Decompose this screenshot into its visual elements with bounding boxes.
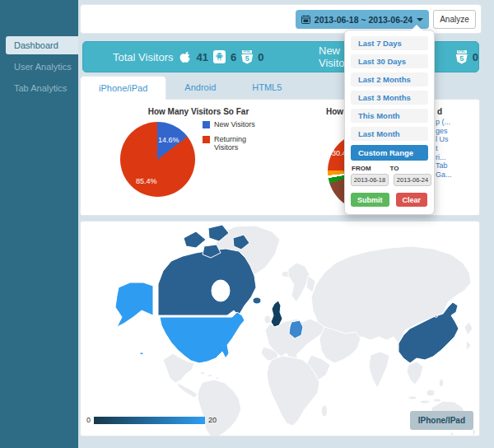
total-android-count: 6 xyxy=(231,51,236,63)
sidebar-item-dashboard[interactable]: Dashboard xyxy=(6,36,78,54)
sidebar-item-tab-analytics[interactable]: Tab Analytics xyxy=(6,79,78,97)
pie-1-legend: New Visitors Returning Visitors xyxy=(203,120,257,158)
pie-chart-2-title-fragment-right: d xyxy=(437,107,442,116)
world-map[interactable] xyxy=(81,222,480,436)
total-visitors-group: Total Visitors 41 6 HTML 5 0 xyxy=(113,42,263,72)
legend-fragment: p (... xyxy=(436,118,452,126)
legend-swatch-blue xyxy=(203,121,210,128)
menu-item-last-2-months[interactable]: Last 2 Months xyxy=(351,72,428,86)
legend-fragment: Tab xyxy=(436,161,452,170)
chevron-down-icon xyxy=(417,18,423,21)
legend-fragment: ges xyxy=(436,127,452,135)
analyze-button[interactable]: Analyze xyxy=(433,10,476,29)
from-label: FROM xyxy=(352,165,390,172)
sidebar: Dashboard User Analytics Tab Analytics xyxy=(0,0,78,448)
submit-button[interactable]: Submit xyxy=(351,193,389,207)
legend-swatch-red xyxy=(203,136,210,143)
geo-map-panel: 0 20 IPhone/IPad xyxy=(80,221,480,436)
color-gradient-bar xyxy=(94,417,205,424)
sidebar-item-user-analytics[interactable]: User Analytics xyxy=(6,58,78,76)
menu-item-last-month[interactable]: Last Month xyxy=(351,127,428,141)
map-platform-badge: IPhone/IPad xyxy=(410,411,473,430)
html5-icon: HTML 5 xyxy=(241,50,253,64)
menu-item-this-month[interactable]: This Month xyxy=(351,109,428,123)
to-label: TO xyxy=(390,165,429,172)
total-visitors-label: Total Visitors xyxy=(113,51,173,63)
html5-icon: HTML 5 xyxy=(456,50,468,64)
android-icon xyxy=(213,50,226,63)
html5-icon-shield: 5 xyxy=(456,54,468,64)
tab-iphone-ipad[interactable]: iPhone/iPad xyxy=(80,76,166,100)
from-date-input[interactable] xyxy=(351,174,389,186)
html5-icon-shield: 5 xyxy=(241,54,253,64)
platform-tabs: iPhone/iPad Android HTML5 xyxy=(80,76,300,100)
date-range-dropdown: Last 7 Days Last 30 Days Last 2 Months L… xyxy=(344,30,435,215)
total-html5-count: 0 xyxy=(258,51,263,63)
date-range-button[interactable]: 2013-06-18 ~ 2013-06-24 xyxy=(296,10,429,29)
menu-item-last-3-months[interactable]: Last 3 Months xyxy=(351,91,428,105)
map-color-scale: 0 20 xyxy=(86,416,217,424)
legend-item-new-visitors: New Visitors xyxy=(203,120,257,129)
clear-button[interactable]: Clear xyxy=(396,193,428,207)
pie-1-value-label-new: 14.6% xyxy=(158,136,179,144)
legend-item-returning-visitors: Returning Visitors xyxy=(203,135,257,152)
menu-item-last-7-days[interactable]: Last 7 Days xyxy=(351,36,428,50)
legend-label: Returning Visitors xyxy=(214,135,257,152)
total-apple-count: 41 xyxy=(196,51,207,63)
legend-fragment: t xyxy=(436,144,452,152)
tab-android[interactable]: Android xyxy=(166,76,234,100)
sidebar-spacer xyxy=(0,0,78,33)
html5-icon-top: HTML xyxy=(457,50,467,54)
scale-max-label: 20 xyxy=(208,416,217,424)
legend-fragment: Ga... xyxy=(436,170,452,179)
legend-fragment: ri... xyxy=(436,153,452,161)
new-html5-count: 0 xyxy=(473,51,478,63)
pie-chart-visitors[interactable] xyxy=(120,122,195,197)
date-range-label: 2013-06-18 ~ 2013-06-24 xyxy=(315,15,412,25)
to-date-input[interactable] xyxy=(394,174,431,186)
menu-item-custom-range[interactable]: Custom Range xyxy=(351,145,428,161)
apple-icon xyxy=(178,50,191,64)
legend-label: New Visitors xyxy=(214,120,257,129)
legend-fragment: l Us xyxy=(436,135,452,143)
calendar-icon xyxy=(301,12,310,27)
menu-item-last-30-days[interactable]: Last 30 Days xyxy=(351,54,428,68)
tab-html5[interactable]: HTML5 xyxy=(234,76,300,100)
html5-icon-top: HTML xyxy=(242,50,252,54)
scale-min-label: 0 xyxy=(86,416,91,424)
pie-1-value-label-returning: 85.4% xyxy=(136,177,157,185)
pie-chart-1-title: How Many Visitors So Far xyxy=(120,107,277,116)
pie-2-legend-fragments: p (... ges l Us t ri... Tab Ga... xyxy=(436,118,452,180)
